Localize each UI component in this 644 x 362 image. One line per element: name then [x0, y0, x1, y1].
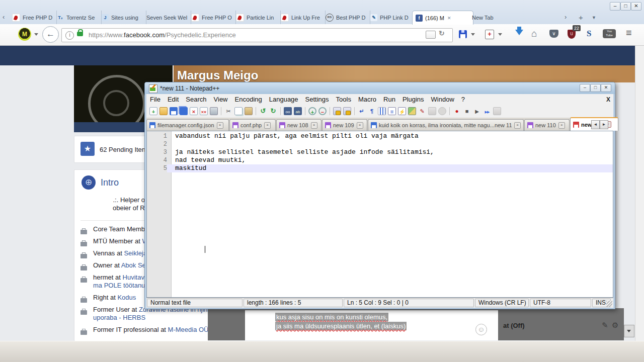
- zoom-in-icon[interactable]: [308, 107, 316, 115]
- close-button[interactable]: ✕: [601, 84, 611, 92]
- copy-icon[interactable]: [234, 107, 243, 115]
- zoom-out-icon[interactable]: [318, 107, 327, 115]
- comment-box[interactable]: kus asja sisu on mis on kunsti olemus, j…: [245, 310, 498, 340]
- undo-icon[interactable]: [259, 107, 267, 115]
- close-tab-icon[interactable]: ✕: [447, 16, 451, 21]
- item-link[interactable]: M-Meedia OÜ: [168, 326, 209, 333]
- play-macro-icon[interactable]: [473, 107, 481, 115]
- word-wrap-icon[interactable]: [358, 107, 366, 115]
- doc-tab[interactable]: new 110×: [524, 119, 570, 131]
- save-page-icon[interactable]: [459, 30, 467, 38]
- sync-vertical-icon[interactable]: [333, 107, 341, 115]
- redo-icon[interactable]: [269, 107, 277, 115]
- menu-view[interactable]: View: [210, 96, 231, 103]
- minimize-button[interactable]: –: [580, 84, 590, 92]
- chat-settings-gear-icon[interactable]: [612, 321, 618, 330]
- site-info-icon[interactable]: [65, 31, 74, 40]
- app-menu-caret-icon[interactable]: [34, 33, 38, 36]
- window-close-button[interactable]: ✕: [631, 2, 641, 11]
- item-link[interactable]: Kodus: [117, 294, 136, 301]
- new-file-icon[interactable]: [149, 107, 157, 115]
- item-link-line2[interactable]: uporaba - HERBS: [93, 314, 145, 321]
- home-icon[interactable]: [531, 28, 537, 39]
- monitor-icon[interactable]: [438, 107, 446, 115]
- close-doc-icon[interactable]: ×: [357, 122, 363, 129]
- tab-scroll-right-icon[interactable]: ►: [600, 120, 608, 129]
- addon-menu-caret-icon[interactable]: [498, 33, 502, 36]
- play-macro-multi-icon[interactable]: [483, 107, 491, 115]
- tab-list-caret-icon[interactable]: ▼: [592, 15, 596, 20]
- menu-settings[interactable]: Settings: [302, 96, 333, 103]
- sync-horizontal-icon[interactable]: [343, 107, 351, 115]
- youtube-icon[interactable]: [603, 29, 616, 38]
- reader-mode-icon[interactable]: [426, 31, 436, 39]
- close-doc-icon[interactable]: ×: [217, 122, 223, 129]
- function-list-icon[interactable]: [388, 107, 396, 115]
- downloads-icon[interactable]: [515, 30, 523, 35]
- window-minimize-button[interactable]: –: [610, 2, 620, 11]
- browser-tab[interactable]: Torrentz Se: [54, 11, 102, 24]
- cut-icon[interactable]: [224, 107, 232, 115]
- find-icon[interactable]: [284, 107, 292, 115]
- indent-guide-icon[interactable]: [378, 107, 386, 115]
- edit-marker-icon[interactable]: [418, 107, 426, 115]
- url-text[interactable]: https://www.facebook.com/Psychedelic.Exp…: [89, 31, 236, 39]
- run-script-icon[interactable]: [398, 107, 406, 115]
- close-doc-icon[interactable]: ×: [311, 122, 317, 129]
- ssl-lock-icon[interactable]: [77, 32, 83, 36]
- save-file-icon[interactable]: [170, 107, 178, 115]
- doc-tab[interactable]: filemanager.config.json×: [146, 119, 229, 131]
- menu-window[interactable]: Window: [428, 96, 458, 103]
- reload-icon[interactable]: [439, 29, 445, 37]
- s-addon-icon[interactable]: [587, 29, 591, 39]
- save-all-icon[interactable]: [180, 107, 188, 115]
- chat-scroll-down-button[interactable]: [624, 325, 634, 337]
- menu-file[interactable]: File: [146, 96, 164, 103]
- replace-icon[interactable]: [294, 107, 302, 115]
- menu-encoding[interactable]: Encoding: [231, 96, 266, 103]
- doc-tab[interactable]: new 108×: [276, 119, 321, 131]
- browser-tab-active[interactable]: (166) M✕: [412, 11, 473, 25]
- open-file-icon[interactable]: [159, 107, 168, 115]
- item-link-line2[interactable]: ma POLE töötanud: [93, 282, 149, 289]
- pocket-icon[interactable]: [549, 30, 558, 38]
- menu-edit[interactable]: Edit: [164, 96, 182, 103]
- tab-scroll-left-icon[interactable]: ‹: [3, 13, 5, 21]
- show-all-chars-icon[interactable]: [368, 107, 376, 115]
- paste-icon[interactable]: [245, 107, 253, 115]
- window-maximize-button[interactable]: □: [620, 2, 631, 11]
- browser-tab[interactable]: New Tab: [469, 11, 520, 24]
- maximize-button[interactable]: □: [590, 84, 601, 92]
- close-doc-icon[interactable]: ×: [264, 122, 271, 129]
- close-all-icon[interactable]: [200, 107, 208, 115]
- back-button[interactable]: [42, 26, 59, 43]
- browser-tab[interactable]: Particle Lin: [233, 11, 281, 24]
- emoji-icon[interactable]: [475, 324, 487, 335]
- print-icon[interactable]: [210, 107, 218, 115]
- browser-tab[interactable]: Sites using: [99, 11, 146, 24]
- bookmark-addon-icon[interactable]: [485, 30, 494, 39]
- close-doc-icon[interactable]: ×: [558, 122, 565, 129]
- menu-run[interactable]: Run: [380, 96, 399, 103]
- browser-tab[interactable]: Free PHP O: [188, 11, 236, 24]
- menu-tools[interactable]: Tools: [333, 96, 355, 103]
- stop-macro-icon[interactable]: [463, 107, 471, 115]
- hamburger-menu-icon[interactable]: [626, 27, 632, 39]
- close-doc-icon[interactable]: ×: [514, 122, 521, 129]
- menu-plugins[interactable]: Plugins: [399, 96, 428, 103]
- page-scrollbar[interactable]: [635, 45, 644, 341]
- doc-tab[interactable]: new 109×: [322, 119, 367, 131]
- resize-grip[interactable]: [606, 301, 612, 307]
- new-message-icon[interactable]: [602, 321, 608, 330]
- record-macro-icon[interactable]: [453, 107, 461, 115]
- tab-scroll-left-icon[interactable]: ◄: [591, 120, 600, 129]
- doc-map-icon[interactable]: [408, 107, 416, 115]
- close-file-icon[interactable]: [190, 107, 198, 115]
- browser-tab[interactable]: PHP Link D: [367, 11, 415, 24]
- browser-tab[interactable]: Best PHP D: [323, 11, 370, 24]
- browser-tab[interactable]: Link Up Fre: [278, 11, 326, 24]
- menu-language[interactable]: Language: [266, 96, 302, 103]
- save-macro-icon[interactable]: [493, 107, 501, 115]
- menubar-close-icon[interactable]: X: [606, 96, 610, 103]
- menu-macro[interactable]: Macro: [355, 96, 380, 103]
